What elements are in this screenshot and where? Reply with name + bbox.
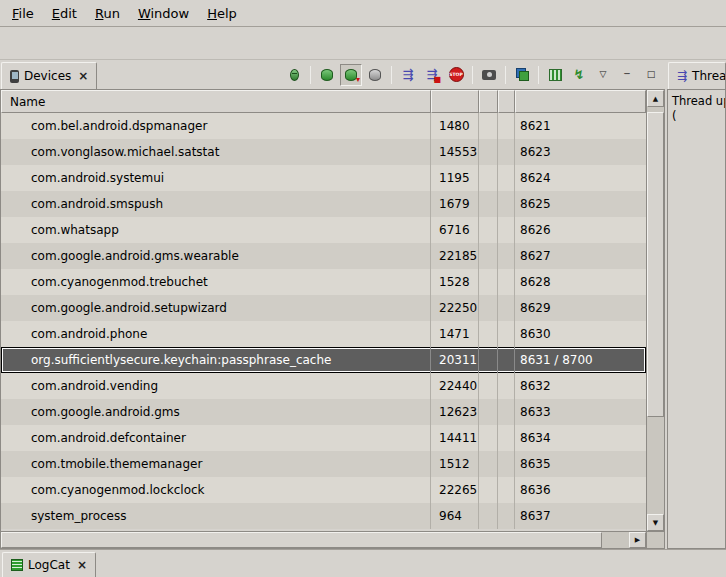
tab-devices[interactable]: Devices × [1, 62, 97, 89]
systrace-icon [549, 69, 562, 81]
column-header-pid[interactable] [431, 90, 479, 113]
maximize-button[interactable]: □ [640, 64, 662, 86]
process-name: com.google.android.gms.wearable [1, 243, 431, 269]
process-status-cell [479, 373, 498, 399]
tab-threads[interactable]: ⇶ Threads [668, 62, 726, 89]
toolbar-separator [538, 66, 539, 84]
process-port: 8628 [515, 269, 646, 295]
menu-help[interactable]: Help [198, 2, 246, 25]
screen-capture-button[interactable] [478, 64, 500, 86]
dump-hprof-button[interactable]: ▾ [340, 64, 362, 86]
method-profiling-button[interactable]: ⇶■ [421, 64, 443, 86]
process-table: Name com.bel.android.dspmanager 1480 [1, 90, 646, 531]
process-port: 8630 [515, 321, 646, 347]
device-icon [10, 70, 19, 83]
process-port: 8637 [515, 503, 646, 529]
process-pid: 20311 [431, 347, 479, 373]
tab-logcat[interactable]: LogCat × [2, 552, 96, 577]
menu-window[interactable]: Window [129, 2, 198, 25]
process-pid: 14553 [431, 139, 479, 165]
process-name: org.sufficientlysecure.keychain:passphra… [1, 347, 431, 373]
table-row[interactable]: com.android.systemui 1195 8624 [1, 165, 646, 191]
process-status-cell [498, 373, 515, 399]
table-row-selected[interactable]: org.sufficientlysecure.keychain:passphra… [1, 347, 646, 373]
view-menu-button[interactable]: ▽ [592, 64, 614, 86]
scroll-down-button[interactable]: ▼ [647, 514, 664, 531]
column-header-port[interactable] [515, 90, 646, 113]
process-status-cell [498, 191, 515, 217]
process-name: com.google.android.setupwizard [1, 295, 431, 321]
debug-process-button[interactable] [283, 64, 305, 86]
table-area: Name com.bel.android.dspmanager 1480 [1, 90, 664, 531]
process-port: 8632 [515, 373, 646, 399]
table-row[interactable]: com.bel.android.dspmanager 1480 8621 [1, 113, 646, 139]
table-row[interactable]: com.android.phone 1471 8630 [1, 321, 646, 347]
process-name: com.android.defcontainer [1, 425, 431, 451]
debug-bug-icon [290, 69, 299, 81]
process-name: com.vonglasow.michael.satstat [1, 139, 431, 165]
main-toolbar [0, 27, 726, 60]
process-status-cell [498, 321, 515, 347]
toolbar-separator [505, 66, 506, 84]
horizontal-scroll-thumb[interactable] [1, 532, 602, 548]
process-port: 8629 [515, 295, 646, 321]
table-row[interactable]: system_process 964 8637 [1, 503, 646, 529]
column-header-name[interactable]: Name [1, 90, 431, 113]
table-row[interactable]: com.whatsapp 6716 8626 [1, 217, 646, 243]
table-row[interactable]: com.cyanogenmod.trebuchet 1528 8628 [1, 269, 646, 295]
process-pid: 14411 [431, 425, 479, 451]
vertical-scrollbar[interactable]: ▲ ▼ [646, 90, 664, 531]
red-dot-icon: ■ [433, 76, 441, 84]
scroll-right-button[interactable]: ▶ [629, 532, 646, 548]
menu-edit[interactable]: Edit [43, 2, 86, 25]
process-port: 8623 [515, 139, 646, 165]
view-hierarchy-button[interactable] [511, 64, 533, 86]
horizontal-scrollbar[interactable]: ▶ [1, 531, 664, 548]
toolbar-separator [472, 66, 473, 84]
table-row[interactable]: com.tmobile.thememanager 1512 8635 [1, 451, 646, 477]
vertical-scroll-track[interactable] [647, 107, 664, 514]
table-row[interactable]: com.google.android.setupwizard 22250 862… [1, 295, 646, 321]
process-status-cell [498, 139, 515, 165]
horizontal-scroll-track[interactable] [602, 532, 629, 548]
view-menu-icon: ▽ [600, 70, 607, 79]
table-row[interactable]: com.android.defcontainer 14411 8634 [1, 425, 646, 451]
camera-icon [482, 70, 496, 80]
column-header-status1[interactable] [479, 90, 498, 113]
process-pid: 6716 [431, 217, 479, 243]
close-icon[interactable]: × [77, 558, 87, 572]
systrace-button[interactable] [544, 64, 566, 86]
scroll-up-button[interactable]: ▲ [647, 90, 664, 107]
table-row[interactable]: com.google.android.gms.wearable 22185 86… [1, 243, 646, 269]
threads-tabbar: ⇶ Threads [667, 60, 726, 89]
process-status-cell [498, 451, 515, 477]
process-status-cell [479, 321, 498, 347]
process-name: com.tmobile.thememanager [1, 451, 431, 477]
menu-file[interactable]: File [3, 2, 43, 25]
scroll-right-icon: ▶ [635, 536, 640, 544]
devices-view: Devices × ▾ ⇶ ⇶■ STOP [0, 60, 665, 549]
table-row[interactable]: com.cyanogenmod.lockclock 22265 8636 [1, 477, 646, 503]
update-threads-button[interactable]: ⇶ [397, 64, 419, 86]
table-header: Name [1, 90, 646, 113]
stop-process-button[interactable]: STOP [445, 64, 467, 86]
minimize-button[interactable]: ─ [616, 64, 638, 86]
cause-gc-button[interactable] [364, 64, 386, 86]
process-pid: 1528 [431, 269, 479, 295]
table-row[interactable]: com.android.smspush 1679 8625 [1, 191, 646, 217]
column-header-status2[interactable] [498, 90, 515, 113]
process-name: com.whatsapp [1, 217, 431, 243]
menu-run[interactable]: Run [86, 2, 129, 25]
devices-tabbar: Devices × ▾ ⇶ ⇶■ STOP [0, 60, 665, 89]
table-row[interactable]: com.vonglasow.michael.satstat 14553 8623 [1, 139, 646, 165]
process-pid: 1679 [431, 191, 479, 217]
update-heap-button[interactable] [316, 64, 338, 86]
process-status-cell [479, 217, 498, 243]
opengl-trace-button[interactable]: ↯ [568, 64, 590, 86]
close-icon[interactable]: × [78, 69, 88, 83]
table-row[interactable]: com.android.vending 22440 8632 [1, 373, 646, 399]
process-status-cell [479, 399, 498, 425]
table-row[interactable]: com.google.android.gms 12623 8633 [1, 399, 646, 425]
vertical-scroll-thumb[interactable] [647, 112, 664, 417]
menubar: File Edit Run Window Help [0, 0, 726, 27]
